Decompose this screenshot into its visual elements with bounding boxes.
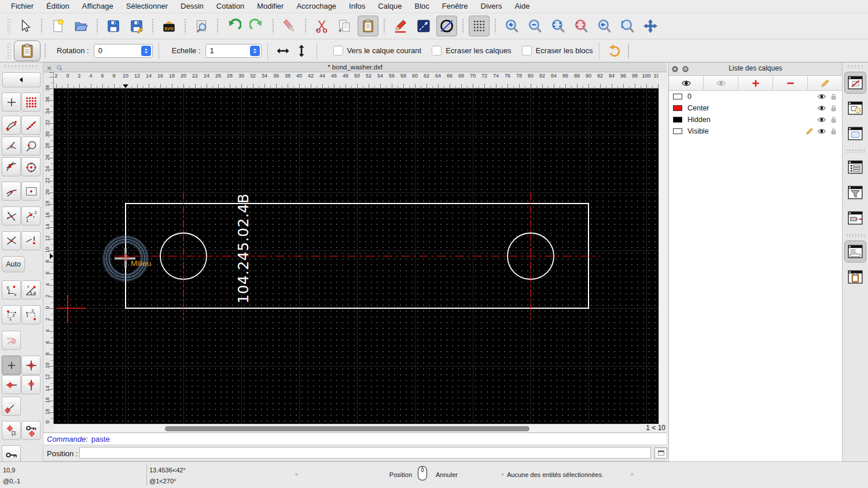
snap-nearest-button[interactable] bbox=[2, 182, 21, 201]
layer-row[interactable]: Center bbox=[669, 102, 842, 114]
snap-grid-button[interactable] bbox=[21, 93, 41, 112]
zoom-window-button[interactable] bbox=[617, 16, 638, 36]
edit-layer-button[interactable] bbox=[808, 76, 842, 90]
menu-affichage[interactable]: Affichage bbox=[76, 0, 120, 13]
zoom-pan-button[interactable] bbox=[640, 16, 661, 36]
order-12-button[interactable]: 12 bbox=[2, 305, 21, 324]
layer-lock-icon[interactable] bbox=[829, 116, 838, 124]
library-widget-button[interactable] bbox=[844, 123, 866, 145]
zoom-previous-button[interactable] bbox=[571, 16, 591, 36]
checkbox-ecraser-les-blocs[interactable]: Ecraser les blocs bbox=[522, 46, 593, 56]
redo-button[interactable] bbox=[247, 16, 267, 36]
hide-all-layers-button[interactable] bbox=[704, 76, 738, 90]
layer-visibility-icon[interactable] bbox=[817, 92, 826, 101]
angle-gauge-button[interactable] bbox=[2, 397, 21, 416]
layer-lock-icon[interactable] bbox=[829, 127, 838, 136]
cut-button[interactable] bbox=[311, 16, 332, 36]
snap-center-button[interactable] bbox=[2, 136, 21, 156]
checkbox-vers-le-calque-courant[interactable]: Vers le calque courant bbox=[333, 46, 422, 56]
menu-bloc[interactable]: Bloc bbox=[408, 0, 435, 13]
snap-auto-button[interactable]: Auto bbox=[2, 256, 25, 272]
snap-on-entity-button[interactable] bbox=[21, 116, 41, 135]
menu-infos[interactable]: Infos bbox=[343, 0, 372, 13]
eraser-button[interactable] bbox=[279, 16, 300, 36]
layer-row[interactable]: Hidden bbox=[669, 114, 842, 125]
layers-widget-button[interactable] bbox=[844, 72, 866, 94]
scrollbar-thumb[interactable] bbox=[165, 426, 529, 431]
snap-distance-button[interactable] bbox=[21, 136, 41, 156]
menu-calque[interactable]: Calque bbox=[372, 0, 408, 13]
draw-circle-button[interactable] bbox=[436, 16, 457, 36]
restrict-cross-button[interactable] bbox=[2, 231, 21, 250]
scale-combobox[interactable]: 1 bbox=[205, 44, 262, 58]
menu-divers[interactable]: Divers bbox=[475, 0, 509, 13]
vertical-scrollbar[interactable] bbox=[659, 88, 667, 424]
order-21-button[interactable]: 21 bbox=[21, 305, 41, 324]
grid-toggle-button[interactable] bbox=[469, 16, 490, 36]
layer-visibility-icon[interactable] bbox=[817, 127, 826, 136]
new-file-button[interactable] bbox=[47, 16, 68, 36]
remove-layer-button[interactable] bbox=[773, 76, 808, 90]
coord-polar-button[interactable]: ra bbox=[21, 280, 41, 300]
paste-button[interactable] bbox=[358, 16, 378, 36]
horizontal-scrollbar[interactable] bbox=[54, 424, 639, 432]
entities-widget-button[interactable] bbox=[844, 156, 866, 178]
snap-angle-button[interactable] bbox=[21, 231, 41, 250]
drawing-canvas[interactable]: 104.245.02.4BMilieu bbox=[54, 88, 659, 424]
add-layer-button[interactable] bbox=[738, 76, 773, 90]
layer-row[interactable]: Visible bbox=[669, 125, 842, 137]
menu-fichier[interactable]: Fichier bbox=[5, 0, 40, 13]
layer-lock-icon[interactable] bbox=[829, 93, 838, 101]
rotation-stepper[interactable] bbox=[141, 46, 151, 56]
set-relative-zero-button[interactable] bbox=[2, 421, 21, 440]
snap-free-button[interactable] bbox=[2, 93, 21, 112]
command-widget-button[interactable] bbox=[844, 241, 866, 263]
pen-widget-button[interactable] bbox=[844, 207, 866, 229]
snap-center-point-button[interactable] bbox=[21, 157, 41, 176]
snap-reference-button[interactable] bbox=[21, 182, 41, 201]
snap-intersection-button[interactable] bbox=[2, 206, 21, 225]
open-file-button[interactable] bbox=[71, 16, 91, 36]
snap-middle-button[interactable] bbox=[2, 157, 21, 176]
copy-button[interactable] bbox=[334, 16, 355, 36]
layer-row[interactable]: 0 bbox=[669, 91, 842, 102]
restrict-nothing-button[interactable] bbox=[2, 356, 21, 375]
coord-cartesian-button[interactable]: yx bbox=[2, 280, 21, 300]
snap-intersection-manual-button[interactable]: 12 bbox=[21, 206, 41, 225]
menu-modifier[interactable]: Modifier bbox=[251, 0, 290, 13]
restrict-orthogonal-button[interactable] bbox=[21, 356, 41, 375]
cursor-button[interactable] bbox=[15, 16, 36, 36]
restrict-horizontal-button[interactable] bbox=[2, 375, 21, 394]
menu-cotation[interactable]: Cotation bbox=[210, 0, 251, 13]
undo-button[interactable] bbox=[223, 16, 244, 36]
clipboard-tool-button[interactable] bbox=[14, 40, 41, 61]
command-line[interactable]: Commande: paste bbox=[43, 432, 667, 445]
clipboard-widget-button[interactable] bbox=[844, 266, 866, 288]
zoom-in-button[interactable] bbox=[501, 16, 522, 36]
menu-selectionner[interactable]: Sélectionner bbox=[120, 0, 174, 13]
zoom-back-button[interactable] bbox=[594, 16, 615, 36]
layer-visibility-icon[interactable] bbox=[817, 115, 826, 124]
position-window-button[interactable] bbox=[654, 448, 667, 459]
lock-relative-zero-button[interactable] bbox=[21, 421, 41, 440]
menu-edition[interactable]: Édition bbox=[40, 0, 76, 13]
filter-widget-button[interactable] bbox=[844, 182, 866, 204]
checkbox-ecraser-les-calques[interactable]: Ecraser les calques bbox=[432, 46, 511, 56]
checkbox-box[interactable] bbox=[432, 46, 442, 56]
save-button[interactable] bbox=[103, 16, 124, 36]
exclusive-snap-button[interactable] bbox=[2, 331, 21, 350]
layer-visibility-icon[interactable] bbox=[817, 103, 826, 113]
blocks-widget-button[interactable] bbox=[844, 97, 866, 119]
svg-export-button[interactable]: SVG bbox=[159, 16, 179, 36]
snap-endpoints-button[interactable] bbox=[2, 116, 21, 135]
zoom-out-button[interactable] bbox=[524, 16, 545, 36]
layer-lock-icon[interactable] bbox=[829, 104, 838, 113]
position-input[interactable] bbox=[79, 447, 651, 459]
restrict-vertical-button[interactable] bbox=[21, 375, 41, 394]
menu-accrochage[interactable]: Accrochage bbox=[290, 0, 343, 13]
checkbox-box[interactable] bbox=[333, 46, 343, 56]
rotate-undo-button[interactable] bbox=[605, 42, 624, 60]
checkbox-box[interactable] bbox=[522, 46, 532, 56]
show-all-layers-button[interactable] bbox=[669, 76, 704, 90]
menu-aide[interactable]: Aide bbox=[508, 0, 536, 13]
